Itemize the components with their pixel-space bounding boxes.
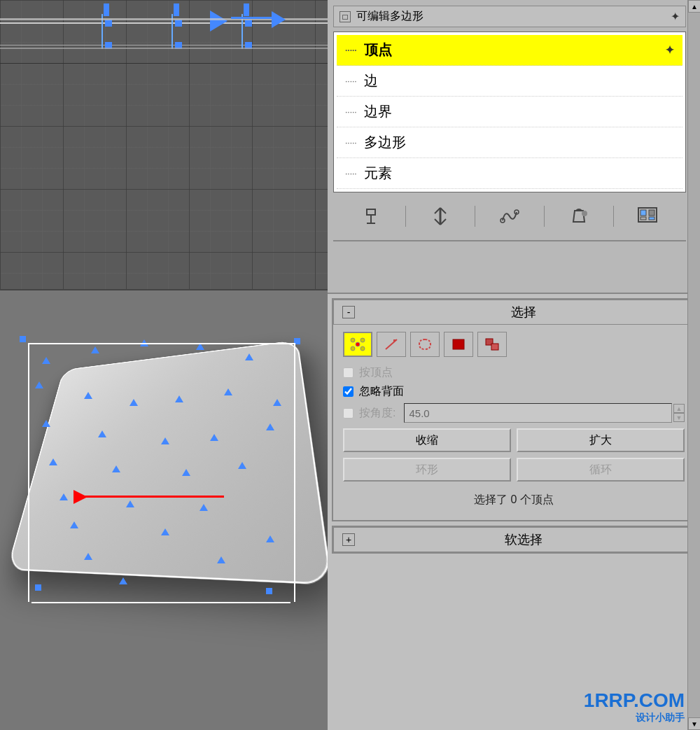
- blue-handle: [245, 20, 252, 27]
- modifier-item-element[interactable]: ····· 元素: [337, 158, 682, 189]
- poly-subsel-icon[interactable]: [444, 332, 473, 357]
- wire-left: [28, 343, 29, 602]
- dot-icon: ·····: [345, 76, 357, 86]
- blue-rect: [174, 3, 179, 16]
- grid-dark-lines: [0, 0, 328, 289]
- svg-rect-0: [367, 209, 375, 215]
- arrow-shape: [210, 10, 227, 31]
- render-icon[interactable]: [634, 204, 662, 229]
- wire-right: [294, 343, 295, 602]
- modifier-item-edge[interactable]: ····· 边: [337, 66, 682, 97]
- svg-rect-14: [640, 217, 646, 220]
- watermark-sub: 设计小助手: [584, 712, 685, 724]
- modifier-item-label: 顶点: [364, 41, 392, 59]
- element-subsel-icon[interactable]: [477, 332, 507, 357]
- dot-icon: ·····: [345, 169, 357, 178]
- modifier-item-label: 元素: [364, 164, 392, 183]
- edge-subsel-icon[interactable]: [377, 332, 406, 357]
- svg-rect-15: [649, 217, 654, 220]
- soft-selection-expand-button[interactable]: +: [342, 533, 355, 546]
- btn-row-2: 环形 循环: [343, 458, 685, 482]
- modifier-item-label: 多边形: [364, 133, 406, 152]
- svg-rect-22: [453, 339, 464, 349]
- angle-spinbox: ▲ ▼: [673, 404, 685, 422]
- toolbar-separator: [544, 206, 545, 227]
- soft-selection-panel: + 软选择: [332, 526, 696, 554]
- vertex-icon[interactable]: [426, 204, 454, 229]
- modifier-section: □ 可编辑多边形 ✦ ····· 顶点 ✦ ····· 边 ····· 边界 ·…: [328, 0, 700, 294]
- selection-panel-content: 按顶点 忽略背面 按角度: 45.0 ▲ ▼ 收缩 扩大: [333, 325, 694, 520]
- soft-selection-header: + 软选择: [333, 527, 694, 552]
- top-viewport[interactable]: [0, 0, 328, 290]
- wireframe-container: [10, 329, 312, 630]
- right-scrollbar[interactable]: ▲ ▼: [687, 0, 700, 730]
- dot-icon: ·····: [345, 45, 357, 55]
- selection-panel: - 选择: [332, 298, 696, 521]
- bottom-viewport[interactable]: [0, 290, 328, 730]
- by-angle-label: 按角度:: [359, 406, 396, 421]
- selection-status: 选择了 0 个顶点: [343, 487, 685, 513]
- by-vertex-check[interactable]: [343, 367, 354, 378]
- wire-icon[interactable]: [496, 204, 524, 229]
- modifier-list: ····· 顶点 ✦ ····· 边 ····· 边界 ····· 多边形 ··…: [333, 31, 686, 192]
- watermark: 1RRP.COM 设计小助手: [584, 689, 685, 724]
- by-angle-row: 按角度: 45.0 ▲ ▼: [343, 403, 685, 423]
- angle-input[interactable]: 45.0: [404, 403, 672, 423]
- toolbar-separator: [405, 206, 406, 227]
- modifier-item-border[interactable]: ····· 边界: [337, 97, 682, 127]
- right-panel: ▲ ▼ □ 可编辑多边形 ✦ ····· 顶点 ✦ ····· 边 ····· …: [328, 0, 700, 730]
- loop-button[interactable]: 循环: [517, 458, 685, 482]
- ignore-backface-row: 忽略背面: [343, 384, 685, 399]
- by-vertex-label: 按顶点: [359, 365, 393, 380]
- wire-bottom: [31, 602, 290, 603]
- wire-top: [28, 343, 294, 344]
- vertex-subsel-icon[interactable]: [343, 332, 372, 357]
- modifier-item-poly[interactable]: ····· 多边形: [337, 127, 682, 158]
- pin-icon[interactable]: [357, 204, 385, 229]
- selection-panel-header: - 选择: [333, 300, 694, 325]
- by-vertex-row: 按顶点: [343, 365, 685, 380]
- svg-point-10: [582, 211, 587, 216]
- svg-rect-13: [649, 210, 654, 216]
- modifier-item-vertex[interactable]: ····· 顶点 ✦: [337, 35, 682, 66]
- scroll-up-btn[interactable]: ▲: [688, 0, 700, 13]
- by-angle-check[interactable]: [343, 408, 354, 419]
- shrink-button[interactable]: 收缩: [343, 428, 511, 452]
- btn-row-1: 收缩 扩大: [343, 428, 685, 452]
- sparkle-icon: ✦: [671, 10, 680, 23]
- collapse-button[interactable]: □: [340, 11, 351, 22]
- angle-spin-down[interactable]: ▼: [673, 413, 685, 422]
- sparkle-icon: ✦: [665, 43, 674, 57]
- svg-point-20: [356, 342, 360, 346]
- ignore-backface-check[interactable]: [343, 386, 354, 397]
- grow-button[interactable]: 扩大: [517, 428, 685, 452]
- red-arrow-line: [84, 496, 224, 498]
- left-panel: [0, 0, 328, 730]
- toolbar-separator: [475, 206, 475, 227]
- angle-spin-up[interactable]: ▲: [673, 404, 685, 413]
- ignore-backface-label: 忽略背面: [359, 384, 404, 399]
- svg-point-17: [360, 338, 365, 342]
- blue-rect: [244, 3, 249, 16]
- separator-line: [0, 63, 328, 64]
- scroll-down-btn[interactable]: ▼: [688, 717, 700, 730]
- svg-point-16: [351, 338, 355, 342]
- svg-point-19: [360, 346, 365, 351]
- toolbar-row: [333, 192, 686, 241]
- svg-point-18: [351, 346, 355, 351]
- ring-button[interactable]: 环形: [343, 458, 511, 482]
- selection-collapse-button[interactable]: -: [342, 306, 355, 318]
- modifier-item-label: 边界: [364, 102, 392, 121]
- selection-panel-title: 选择: [362, 304, 685, 321]
- blue-rect: [104, 3, 109, 16]
- subsel-row: [343, 332, 685, 357]
- soft-selection-title: 软选择: [362, 531, 685, 548]
- toolbar-separator: [613, 206, 614, 227]
- dot-icon: ·····: [345, 138, 357, 148]
- h-line-2: [0, 45, 328, 45]
- modifier-item-label: 边: [364, 71, 378, 90]
- svg-rect-24: [491, 344, 498, 350]
- bucket-icon[interactable]: [565, 204, 593, 229]
- blue-handle: [175, 20, 182, 27]
- border-subsel-icon[interactable]: [410, 332, 440, 357]
